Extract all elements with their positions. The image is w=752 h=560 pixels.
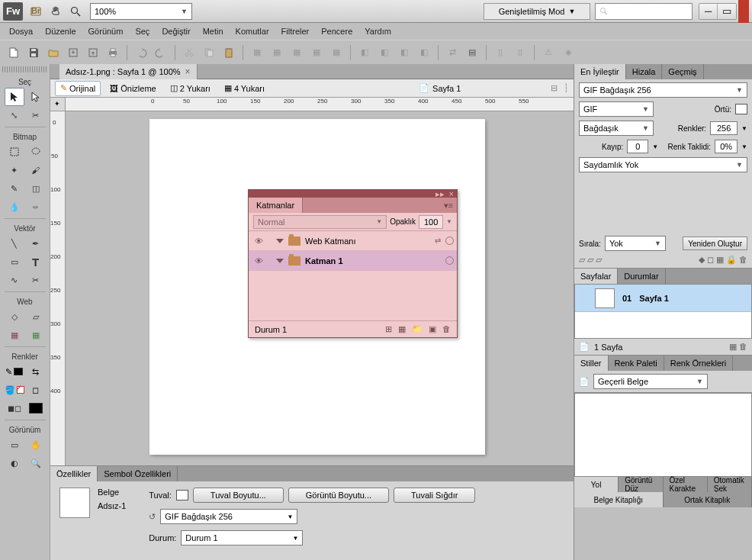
layout-icon[interactable]: ▤ xyxy=(463,43,481,62)
wand-tool[interactable]: ✦ xyxy=(5,161,24,179)
rect-tool[interactable]: ▭ xyxy=(5,253,24,271)
undo-icon[interactable] xyxy=(132,43,150,62)
menu-filters[interactable]: Filtreler xyxy=(275,25,316,37)
blur-tool[interactable]: 💧 xyxy=(5,198,24,216)
document-tab[interactable]: Adsız-1.png : Sayfa 1 @ 100% × xyxy=(59,64,198,79)
marquee-tool[interactable] xyxy=(5,143,24,161)
hand-icon[interactable] xyxy=(46,2,66,21)
canvas-color-swatch[interactable] xyxy=(176,490,188,500)
subselect-tool[interactable] xyxy=(26,88,46,106)
cut-icon[interactable] xyxy=(180,43,198,62)
arrange3-icon[interactable]: ◧ xyxy=(395,43,413,62)
export-icon[interactable] xyxy=(84,43,102,62)
zoom-icon[interactable] xyxy=(66,2,85,21)
print-icon[interactable] xyxy=(104,43,122,62)
minimize-button[interactable]: ─ xyxy=(699,4,718,19)
misc-icon[interactable]: ◈ xyxy=(559,43,577,62)
canvas-size-button[interactable]: Tuval Boyutu... xyxy=(193,488,284,503)
pencil-tool[interactable]: ✎ xyxy=(5,179,24,198)
close-icon[interactable]: × xyxy=(185,66,191,77)
view-4up[interactable]: ▦4 Yukarı xyxy=(220,81,269,96)
save-icon[interactable] xyxy=(24,43,43,62)
style-source-select[interactable]: Geçerli Belge▼ xyxy=(593,374,708,389)
restore-button[interactable]: ▭ xyxy=(718,4,736,19)
mask-icon[interactable]: ▣ xyxy=(429,324,436,334)
hotspot-tool[interactable]: ◇ xyxy=(5,307,24,326)
arrange1-icon[interactable]: ◧ xyxy=(355,43,374,62)
menu-commands[interactable]: Komutlar xyxy=(230,25,275,37)
tab-history[interactable]: Geçmiş xyxy=(662,64,703,79)
view-original[interactable]: ✎Orijinal xyxy=(55,81,101,96)
ff1-icon[interactable]: ▯ xyxy=(491,43,509,62)
knife-tool[interactable]: ✂ xyxy=(26,271,46,289)
panel-menu-icon[interactable]: ▾≡ xyxy=(440,201,457,211)
layer-row[interactable]: 👁 Katman 1 xyxy=(249,251,457,271)
tab-path[interactable]: Yol xyxy=(574,477,619,492)
layers-tab[interactable]: Katmanlar xyxy=(249,198,303,213)
tab-image[interactable]: Görüntü Düz xyxy=(619,477,663,492)
view-preview[interactable]: 🖼Önizleme xyxy=(105,81,160,96)
blend-mode-select[interactable]: Normal▼ xyxy=(253,215,387,229)
tab-styles[interactable]: Stiller xyxy=(574,356,609,371)
tab-commonlib[interactable]: Ortak Kitaplık xyxy=(664,492,753,507)
zoom-select[interactable]: 100% ▼ xyxy=(90,3,192,20)
tab-autoshape[interactable]: Otomatik Şek xyxy=(708,477,752,492)
pen-tool[interactable]: ✒ xyxy=(26,234,46,253)
chevron-down-icon[interactable] xyxy=(276,259,284,263)
close-button[interactable] xyxy=(738,0,749,23)
color-box[interactable] xyxy=(26,399,46,417)
menu-edit[interactable]: Düzenle xyxy=(39,25,82,37)
eye-icon[interactable]: 👁 xyxy=(252,256,265,266)
tab-doclib[interactable]: Belge Kitaplığı xyxy=(574,492,664,507)
tab-symbol-props[interactable]: Sembol Özellikleri xyxy=(98,466,178,481)
ruler-origin[interactable]: ✦ xyxy=(50,98,66,111)
paste-icon[interactable] xyxy=(220,43,238,62)
chevron-down-icon[interactable] xyxy=(276,239,284,243)
opacity-input[interactable]: 100 xyxy=(419,215,443,229)
view-tool1[interactable]: ◐ xyxy=(5,454,24,472)
layers-panel[interactable]: ▸▸ × Katmanlar ▾≡ Normal▼ Opaklık 100 ▼ … xyxy=(248,189,458,338)
state-select[interactable]: Durum 1▼ xyxy=(181,530,303,546)
new-sublayer-icon[interactable]: ⊞ xyxy=(385,324,392,334)
line-tool[interactable]: ╲ xyxy=(5,234,24,253)
hand-tool[interactable]: ✋ xyxy=(26,436,46,454)
slice-tool[interactable]: ▱ xyxy=(26,307,46,326)
workspace-mode-select[interactable]: Genişletilmiş Mod ▼ xyxy=(484,3,590,20)
loss-input[interactable]: 0 xyxy=(627,140,648,153)
new-layer-icon[interactable]: ▦ xyxy=(398,324,406,334)
page-indicator[interactable]: 📄Sayfa 1 xyxy=(419,83,461,93)
group-icon[interactable]: ▦ xyxy=(248,43,266,62)
copy-icon[interactable] xyxy=(200,43,218,62)
arrange-icon[interactable]: ┆ xyxy=(564,83,569,93)
panel-collapse-icon[interactable]: ▸▸ xyxy=(435,189,445,199)
select-ring-icon[interactable] xyxy=(445,237,454,245)
new-folder-icon[interactable]: 📁 xyxy=(412,324,423,334)
redo-icon[interactable] xyxy=(152,43,170,62)
ungroup-icon[interactable]: ▦ xyxy=(268,43,286,62)
warn-icon[interactable]: ⚠ xyxy=(539,43,558,62)
pointer-tool[interactable] xyxy=(5,88,24,106)
menu-file[interactable]: Dosya xyxy=(3,25,39,37)
tab-swatches[interactable]: Renk Örnekleri xyxy=(664,356,733,371)
brush-tool[interactable]: 🖌 xyxy=(26,161,46,179)
show-tool[interactable]: ▦ xyxy=(26,326,46,344)
tab-palette[interactable]: Renk Paleti xyxy=(609,356,664,371)
tab-align[interactable]: Hizala xyxy=(626,64,663,79)
open-icon[interactable] xyxy=(44,43,63,62)
default-colors[interactable]: ◼◻ xyxy=(5,399,24,417)
align2-icon[interactable]: ▦ xyxy=(307,43,326,62)
tab-special[interactable]: Özel Karakte xyxy=(664,477,708,492)
dither-input[interactable]: 0% xyxy=(715,140,738,153)
arrow-icon[interactable]: ⇄ xyxy=(443,43,461,62)
arrange2-icon[interactable]: ◧ xyxy=(375,43,394,62)
layout-icon[interactable]: ⊟ xyxy=(551,83,558,93)
preset-select[interactable]: GIF Bağdaşık 256▼ xyxy=(579,82,747,98)
menu-window[interactable]: Pencere xyxy=(315,25,358,37)
page-row[interactable]: 01 Sayfa 1 xyxy=(575,285,751,312)
horizontal-ruler[interactable]: 0 50 100 150 200 250 300 350 400 450 500… xyxy=(66,98,574,111)
menu-view[interactable]: Görünüm xyxy=(82,25,130,37)
fit-canvas-button[interactable]: Tuvali Sığdır xyxy=(394,488,475,503)
transparency-select[interactable]: Saydamlık Yok▼ xyxy=(579,157,747,172)
hide-tool[interactable]: ▦ xyxy=(5,326,24,344)
zoom-tool[interactable]: 🔍 xyxy=(26,454,46,472)
